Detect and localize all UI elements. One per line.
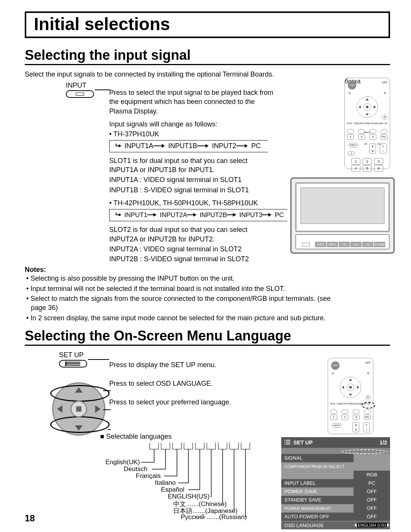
note-2: • Input terminal will not be selected if…	[26, 284, 335, 293]
slot2-a: INPUT2A : VIDEO signal terminal in SLOT2	[109, 244, 276, 254]
tv-vol: VOL	[350, 242, 362, 247]
seq-a-4: PC	[251, 142, 261, 150]
notes-heading: Notes:	[25, 266, 390, 274]
selectable-languages-head: Selectable languages	[100, 433, 172, 441]
seq-b-3: INPUT2B	[199, 211, 227, 219]
r-button-icon: R	[382, 115, 387, 120]
ch-rocker-icon-2: ∧∨	[352, 422, 359, 432]
n-label-2: N	[332, 372, 334, 375]
num-1b: 1	[330, 415, 337, 420]
r-label: R	[384, 92, 386, 94]
num-3b: 3	[353, 415, 360, 420]
change-intro: Input signals will change as follows:	[109, 120, 276, 129]
pill-1	[347, 129, 354, 134]
osd-language: OSD LANGUAGE	[281, 521, 354, 529]
seq-b-2: INPUT2A	[160, 211, 187, 219]
lang-it: Italiano	[155, 479, 176, 486]
osd-standby-save-val: OFF	[354, 496, 390, 504]
osd-language-val-wrap: ENGLISH (US)	[354, 521, 390, 529]
osd-input-label: INPUT LABEL	[281, 479, 354, 487]
note-1: • Selecting is also possible by pressing…	[26, 274, 335, 283]
on-button-icon: ON	[348, 81, 356, 89]
seq-a-2: INPUT1B	[168, 142, 197, 150]
pill-4b	[364, 409, 371, 414]
slot1-b: INPUT1B : S-VIDEO signal terminal in SLO…	[109, 185, 276, 195]
setup-label: SET UP	[379, 122, 387, 125]
setup-button-icon	[59, 360, 87, 367]
osd-title: SET UP	[293, 439, 313, 446]
seq-b-5: PC	[275, 211, 284, 219]
osd-auto-off-val: OFF	[354, 513, 390, 521]
lang-ru-note: .......(Russian)	[207, 513, 247, 521]
menu-icon	[284, 440, 290, 444]
osd-input-val: PC	[354, 479, 390, 487]
key-3: 3	[374, 158, 383, 165]
language-diagram: English(UK) Deutsch Français Italiano Es…	[100, 442, 264, 532]
tv-menu: MENU	[327, 242, 338, 247]
cursor-wheel-icon	[357, 96, 378, 118]
model-a: • TH-37PH10UK	[109, 129, 276, 139]
num-3: 3	[370, 134, 376, 140]
num-2: 2	[358, 134, 365, 140]
page-title: Initial selections	[34, 14, 381, 34]
seq-a-3: INPUT2	[212, 142, 236, 150]
cursor-wheel-icon-2	[340, 377, 361, 398]
mute-icon: ⊘	[348, 151, 355, 156]
seq-b-1: INPUT1	[124, 211, 147, 219]
key-6: 6	[374, 165, 383, 172]
sound-label: SOUND	[371, 122, 379, 125]
setup-highlight-icon	[362, 402, 375, 409]
n-label: N	[349, 92, 350, 94]
notes-list: • Selecting is also possible by pressing…	[26, 274, 335, 322]
on-button-icon-2: ON	[331, 361, 339, 370]
tv-diagram: INPUT MENU −/▼ VOL +/▲ ENTER/■	[290, 177, 395, 254]
pos-size-label: POS. / SIZE	[347, 122, 360, 125]
cursor-pad-icon	[52, 382, 105, 436]
num-pcb: PC	[364, 415, 371, 420]
sound-label-2: SOUND	[354, 403, 362, 405]
input-pill: INPUT	[349, 143, 358, 147]
osd-standby-save: STANDBY SAVE	[281, 496, 354, 504]
pill-4	[381, 129, 387, 134]
key-5: 5	[363, 165, 372, 172]
osd-signal: SIGNAL	[281, 454, 354, 462]
osd-rgb-val: RGB	[354, 471, 390, 479]
seq-b-4: INPUT3	[239, 211, 262, 219]
press-desc: Press to select the input signal to be p…	[109, 88, 276, 116]
key-2: 2	[363, 158, 372, 165]
lang-ru: Русский	[181, 513, 205, 521]
input-section-label: INPUT	[364, 131, 371, 134]
lang-es: Español	[161, 486, 184, 493]
ch-label: CH	[364, 143, 367, 147]
remote-diagram: ON OFF NR R POS. / SIZE PICTURE SOUND SE…	[344, 78, 390, 169]
pill-2b	[341, 409, 348, 414]
num-2b: 2	[341, 415, 348, 420]
picture-label-2: PICTURE	[343, 403, 353, 405]
osd-power-mgmt-val: OFF	[354, 504, 390, 513]
tv-enter: ENTER/■	[374, 242, 385, 247]
osd-auto-off: AUTO POWER OFF	[281, 513, 354, 521]
remote-diagram-2: ON OFF NR R POS. / SIZE PICTURE SOUND SE…	[328, 358, 373, 434]
key-1: 1	[351, 158, 360, 165]
lang-en-uk: English(UK)	[105, 459, 140, 466]
off-label: OFF	[382, 81, 387, 84]
tv-up: +/▲	[362, 242, 373, 247]
off-label-2: OFF	[365, 361, 371, 364]
osd-decor	[281, 448, 390, 454]
lang-en-us: ENGLISH(US)	[168, 493, 210, 500]
input-pill-2: INPUT	[332, 423, 342, 428]
flow-b: INPUT1 INPUT2A INPUT2B INPUT3 PC	[109, 209, 287, 221]
tv-down: −/▼	[339, 242, 350, 247]
r-label-2: R	[367, 372, 369, 375]
title-box: Initial selections	[25, 11, 390, 38]
slot1-a: INPUT1A : VIDEO signal terminal in SLOT1	[109, 175, 276, 184]
osd-comp-rgb: COMPONENT/RGB-IN SELECT	[281, 462, 354, 471]
num-pc: PC	[381, 134, 387, 140]
osd-power-save-val: OFF	[354, 487, 390, 496]
lang-fr: Français	[136, 472, 161, 479]
osd-page-indicator: 1/2	[380, 439, 387, 446]
pill-3b	[353, 409, 360, 414]
tv-input: INPUT	[315, 242, 326, 247]
flow-a: INPUT1A INPUT1B INPUT2 PC	[109, 140, 268, 152]
model-b: • TH-42PH10UK, TH-50PH10UK, TH-58PH10UK	[109, 198, 276, 208]
